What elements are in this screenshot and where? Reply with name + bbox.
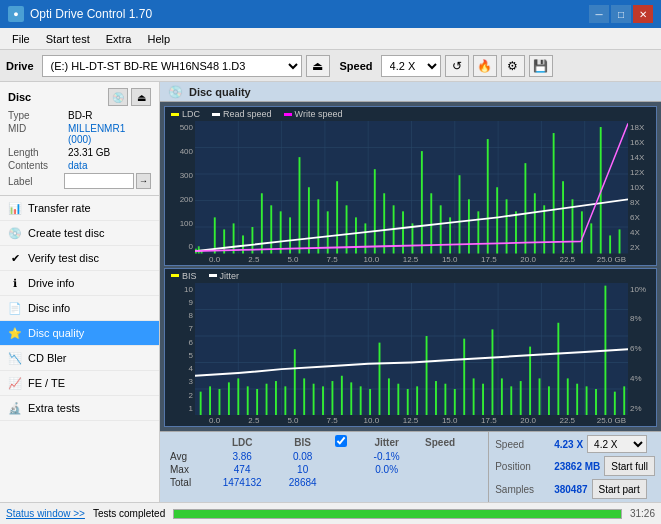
- disc-label-input[interactable]: [64, 173, 134, 189]
- drive-select[interactable]: (E:) HL-DT-ST BD-RE WH16NS48 1.D3: [42, 55, 302, 77]
- start-part-button[interactable]: Start part: [592, 479, 647, 499]
- eject-button[interactable]: ⏏: [306, 55, 330, 77]
- stats-speed-select[interactable]: 4.2 X: [587, 435, 647, 453]
- svg-rect-77: [219, 389, 221, 416]
- settings-button[interactable]: ⚙: [501, 55, 525, 77]
- legend-ldc: LDC: [171, 109, 200, 119]
- transfer-rate-icon: 📊: [8, 201, 22, 215]
- svg-rect-104: [473, 378, 475, 415]
- read-speed-label: Read speed: [223, 109, 272, 119]
- menu-extra[interactable]: Extra: [98, 31, 140, 47]
- stats-total-label: Total: [164, 476, 208, 489]
- svg-rect-103: [463, 338, 465, 415]
- chart2: BIS Jitter 10 9 8 7 6 5 4: [164, 268, 657, 428]
- svg-rect-83: [275, 381, 277, 415]
- label-go-button[interactable]: →: [136, 173, 151, 189]
- sidebar-item-cd-bler[interactable]: 📉 CD Bler: [0, 346, 159, 371]
- maximize-button[interactable]: □: [611, 5, 631, 23]
- sidebar-nav: 📊 Transfer rate 💿 Create test disc ✔ Ver…: [0, 196, 159, 502]
- disc-label-label: Label: [8, 176, 64, 187]
- sidebar-item-disc-quality[interactable]: ⭐ Disc quality: [0, 321, 159, 346]
- stats-max-speed-empty: [412, 463, 468, 476]
- disc-info-icon: 📄: [8, 301, 22, 315]
- stats-avg-ldc: 3.86: [208, 450, 276, 463]
- svg-rect-105: [482, 383, 484, 415]
- titlebar: ● Opti Drive Control 1.70 ─ □ ✕: [0, 0, 661, 28]
- menu-help[interactable]: Help: [139, 31, 178, 47]
- svg-rect-116: [586, 386, 588, 415]
- svg-rect-37: [402, 211, 404, 253]
- stats-bis-header: BIS: [276, 434, 329, 450]
- svg-rect-84: [284, 386, 286, 415]
- svg-rect-112: [548, 386, 550, 415]
- svg-rect-113: [557, 322, 559, 415]
- menubar: File Start test Extra Help: [0, 28, 661, 50]
- stats-avg-empty: [329, 450, 361, 463]
- stats-samples-row: Samples 380487 Start part: [495, 479, 655, 499]
- burn-button[interactable]: 🔥: [473, 55, 497, 77]
- svg-rect-41: [440, 205, 442, 253]
- minimize-button[interactable]: ─: [589, 5, 609, 23]
- legend-read-speed: Read speed: [212, 109, 272, 119]
- svg-rect-76: [209, 386, 211, 415]
- svg-rect-89: [331, 381, 333, 415]
- bis-dot: [171, 274, 179, 277]
- sidebar-item-create-test[interactable]: 💿 Create test disc: [0, 221, 159, 246]
- stats-speed-row: Speed 4.23 X 4.2 X: [495, 435, 655, 453]
- disc-contents-label: Contents: [8, 160, 68, 171]
- speed-select[interactable]: 4.2 X: [381, 55, 441, 77]
- disc-mid-value: MILLENMR1 (000): [68, 123, 151, 145]
- svg-rect-119: [614, 391, 616, 415]
- svg-rect-28: [317, 199, 319, 253]
- sidebar-item-label: Verify test disc: [28, 252, 99, 264]
- disc-eject-btn[interactable]: ⏏: [131, 88, 151, 106]
- svg-rect-111: [539, 378, 541, 415]
- start-full-button[interactable]: Start full: [604, 456, 655, 476]
- chart1-y-left: 500 400 300 200 100 0: [165, 121, 195, 254]
- status-window-button[interactable]: Status window >>: [6, 508, 85, 519]
- sidebar-item-drive-info[interactable]: ℹ Drive info: [0, 271, 159, 296]
- chart1-plot: [195, 121, 628, 254]
- svg-rect-91: [350, 382, 352, 415]
- svg-rect-120: [623, 386, 625, 415]
- sidebar-item-transfer-rate[interactable]: 📊 Transfer rate: [0, 196, 159, 221]
- write-speed-label: Write speed: [295, 109, 343, 119]
- stats-total-empty: [329, 476, 361, 489]
- stats-row: LDC BIS Jitter Speed Avg 3.86 0.08: [160, 431, 661, 502]
- sidebar-item-verify-test[interactable]: ✔ Verify test disc: [0, 246, 159, 271]
- stats-speed-value: 4.23 X: [554, 439, 583, 450]
- svg-rect-39: [421, 151, 423, 253]
- disc-contents-value: data: [68, 160, 87, 171]
- chart2-y-right: 10% 8% 6% 4% 2%: [628, 283, 656, 416]
- stats-avg-label: Avg: [164, 450, 208, 463]
- refresh-button[interactable]: ↺: [445, 55, 469, 77]
- chart2-inner: 10 9 8 7 6 5 4 3 2 1: [165, 283, 656, 416]
- statusbar: Status window >> Tests completed 31:26: [0, 502, 661, 524]
- disc-label-row: Label →: [8, 173, 151, 189]
- ldc-dot: [171, 113, 179, 116]
- svg-rect-27: [308, 187, 310, 253]
- sidebar: Disc 💿 ⏏ Type BD-R MID MILLENMR1 (000) L…: [0, 82, 160, 502]
- jitter-checkbox[interactable]: [335, 435, 347, 447]
- sidebar-item-fe-te[interactable]: 📈 FE / TE: [0, 371, 159, 396]
- sidebar-item-disc-info[interactable]: 📄 Disc info: [0, 296, 159, 321]
- svg-rect-117: [595, 389, 597, 416]
- menu-start-test[interactable]: Start test: [38, 31, 98, 47]
- sidebar-item-extra-tests[interactable]: 🔬 Extra tests: [0, 396, 159, 421]
- menu-file[interactable]: File: [4, 31, 38, 47]
- stats-total-row: Total 1474132 28684: [164, 476, 484, 489]
- chart1-x-axis: 0.0 2.5 5.0 7.5 10.0 12.5 15.0 17.5 20.0…: [165, 254, 656, 265]
- save-button[interactable]: 💾: [529, 55, 553, 77]
- svg-rect-24: [280, 211, 282, 253]
- bis-label: BIS: [182, 271, 197, 281]
- ldc-label: LDC: [182, 109, 200, 119]
- stats-table: LDC BIS Jitter Speed Avg 3.86 0.08: [160, 432, 488, 502]
- close-button[interactable]: ✕: [633, 5, 653, 23]
- jitter-label: Jitter: [220, 271, 240, 281]
- stats-position-label: Position: [495, 461, 550, 472]
- svg-rect-98: [416, 386, 418, 415]
- chart1-y-right: 18X 16X 14X 12X 10X 8X 6X 4X 2X: [628, 121, 656, 254]
- sidebar-item-label: FE / TE: [28, 377, 65, 389]
- svg-rect-94: [379, 342, 381, 415]
- svg-rect-115: [576, 383, 578, 415]
